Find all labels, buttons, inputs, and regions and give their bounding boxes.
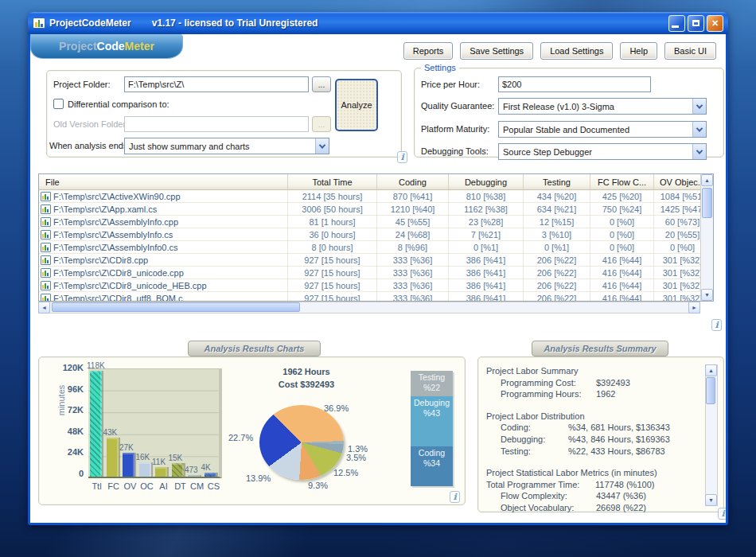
pie-title-cost: Cost $392493 — [251, 378, 362, 391]
x-tick-label: CS — [205, 481, 222, 491]
column-header-coding[interactable]: Coding — [377, 174, 449, 189]
column-header-total-time[interactable]: Total Time — [288, 174, 377, 189]
differential-checkbox[interactable] — [53, 99, 64, 109]
table-row[interactable]: F:\Temp\src\Z\App.xaml.cs3006 [50 hours]… — [39, 203, 701, 216]
table-vertical-scrollbar[interactable]: ▲ ▼ — [700, 174, 713, 301]
file-cell: F:\Temp\src\Z\ActiveXWin90.cpp — [39, 190, 288, 202]
scrollbar-thumb[interactable] — [706, 377, 715, 404]
window-content: ProjectCodeMeter Reports Save Settings L… — [30, 34, 726, 523]
pie-slice-label: 13.9% — [246, 473, 271, 483]
bar-value-label: 16K — [136, 453, 150, 462]
app-window: ProjectCodeMeter v1.17 - licensed to Tri… — [28, 12, 728, 525]
dropdown-button[interactable] — [692, 122, 706, 137]
table-cell: 1425 [%47] — [654, 203, 701, 215]
basic-ui-button[interactable]: Basic UI — [664, 42, 716, 60]
table-cell: 3006 [50 hours] — [288, 203, 377, 215]
table-row[interactable]: F:\Temp\src\Z\AssemblyInfo.cs36 [0 hours… — [39, 228, 701, 241]
column-header-fc-flow[interactable]: FC Flow C... — [590, 174, 654, 189]
column-header-file[interactable]: File — [39, 174, 288, 189]
table-cell: 0 [%0] — [590, 228, 654, 240]
when-analysis-ends-label: When analysis ends: — [49, 141, 131, 150]
close-icon: ✕ — [711, 18, 719, 29]
load-settings-button[interactable]: Load Settings — [540, 42, 613, 60]
table-row[interactable]: F:\Temp\src\Z\CDir8_unicode.cpp927 [15 h… — [39, 267, 701, 279]
summary-scrollbar[interactable]: ▲ ▼ — [705, 364, 718, 506]
bar-value-label: 43K — [103, 428, 118, 437]
column-header-testing[interactable]: Testing — [524, 174, 590, 189]
scrollbar-thumb[interactable] — [702, 188, 712, 218]
bar-ai — [155, 467, 167, 477]
file-chart-icon — [41, 230, 51, 240]
minimize-button[interactable] — [668, 15, 685, 32]
y-tick-label: 0 — [50, 469, 84, 478]
summary-line: Testing:%22, 433 Hours, $86783 — [486, 446, 703, 458]
maximize-button[interactable] — [688, 15, 704, 32]
file-cell: F:\Temp\src\Z\AssemblyInfo.cpp — [39, 216, 288, 228]
project-folder-input[interactable] — [124, 76, 309, 92]
platform-maturity-select[interactable]: Popular Stable and Documented — [498, 121, 707, 138]
table-row[interactable]: F:\Temp\src\Z\ActiveXWin90.cpp2114 [35 h… — [39, 190, 701, 203]
scroll-down-button[interactable]: ▼ — [701, 289, 713, 301]
bar-cs — [205, 473, 216, 477]
price-per-hour-input[interactable] — [498, 76, 651, 92]
table-cell: 0 [%1] — [449, 241, 524, 253]
debugging-tools-select[interactable]: Source Step Debugger — [498, 143, 707, 160]
dropdown-button[interactable] — [692, 144, 706, 159]
scroll-up-button[interactable]: ▲ — [705, 364, 717, 376]
when-analysis-ends-select[interactable]: Just show summary and charts — [124, 138, 329, 154]
table-row[interactable]: F:\Temp\src\Z\CDir8_utf8_BOM.c927 [15 ho… — [39, 292, 701, 301]
table-cell: 416 [%44] — [590, 254, 654, 266]
table-cell: 927 [15 hours] — [288, 292, 377, 301]
table-cell: 36 [0 hours] — [288, 228, 377, 240]
table-cell: 386 [%41] — [449, 292, 524, 301]
table-rows: F:\Temp\src\Z\ActiveXWin90.cpp2114 [35 h… — [39, 190, 701, 301]
file-chart-icon — [41, 204, 51, 214]
table-cell: 1210 [%40] — [377, 203, 449, 215]
file-chart-icon — [41, 255, 51, 265]
dropdown-button[interactable] — [315, 138, 329, 154]
reports-button[interactable]: Reports — [403, 42, 454, 60]
analyze-button[interactable]: Analyze — [335, 79, 378, 131]
table-cell: 20 [%55] — [654, 228, 701, 240]
file-path: F:\Temp\src\Z\AssemblyInfo.cs — [53, 230, 173, 240]
file-path: F:\Temp\src\Z\CDir8_unicode.cpp — [53, 268, 184, 278]
x-tick-label: OV — [122, 481, 138, 491]
scroll-up-button[interactable]: ▲ — [701, 174, 713, 186]
segment-value: %22 — [423, 383, 440, 393]
info-icon[interactable]: i — [397, 151, 407, 163]
debugging-tools-label: Debugging Tools: — [421, 146, 489, 156]
pie-slice-label: 36.9% — [324, 403, 349, 413]
table-row[interactable]: F:\Temp\src\Z\CDir8_unicode_HEB.cpp927 [… — [39, 279, 701, 292]
file-cell: F:\Temp\src\Z\CDir8.cpp — [39, 254, 288, 266]
help-button[interactable]: Help — [620, 42, 657, 60]
segment-value: %43 — [423, 408, 440, 419]
charts-banner: Analysis Results Charts — [188, 341, 321, 356]
table-row[interactable]: F:\Temp\src\Z\AssemblyInfo0.cs8 [0 hours… — [39, 241, 701, 254]
table-horizontal-scrollbar[interactable]: ◄ ► — [38, 302, 700, 314]
save-settings-button[interactable]: Save Settings — [460, 42, 533, 60]
info-icon[interactable]: i — [711, 319, 722, 331]
table-cell: 206 [%22] — [524, 292, 590, 301]
x-tick-label: AI — [155, 481, 172, 491]
bar-cm — [188, 475, 200, 477]
quality-guarantee-select[interactable]: First Release (v1.0) 3-Sigma — [498, 98, 707, 115]
column-header-debugging[interactable]: Debugging — [449, 174, 524, 189]
table-cell: 23 [%28] — [449, 216, 524, 228]
table-cell: 425 [%20] — [590, 190, 654, 202]
table-cell: 333 [%36] — [377, 254, 449, 266]
scroll-right-button[interactable]: ► — [688, 302, 700, 314]
table-row[interactable]: F:\Temp\src\Z\AssemblyInfo.cpp81 [1 hour… — [39, 216, 701, 228]
scroll-left-button[interactable]: ◄ — [38, 302, 50, 314]
title-bar[interactable]: ProjectCodeMeter v1.17 - licensed to Tri… — [28, 12, 728, 34]
close-button[interactable]: ✕ — [707, 15, 723, 32]
browse-button[interactable]: ... — [312, 76, 331, 92]
app-logo: ProjectCodeMeter — [30, 34, 183, 59]
table-row[interactable]: F:\Temp\src\Z\CDir8.cpp927 [15 hours]333… — [39, 254, 701, 267]
dropdown-button[interactable] — [692, 99, 706, 114]
scroll-down-button[interactable]: ▼ — [705, 494, 717, 506]
stacked-bar: Testing%22Debuging%43Coding%34 — [411, 371, 453, 486]
info-icon[interactable]: i — [450, 491, 460, 503]
table-cell: 81 [1 hours] — [288, 216, 377, 228]
scrollbar-thumb[interactable] — [52, 302, 300, 312]
info-icon[interactable]: i — [718, 508, 726, 520]
